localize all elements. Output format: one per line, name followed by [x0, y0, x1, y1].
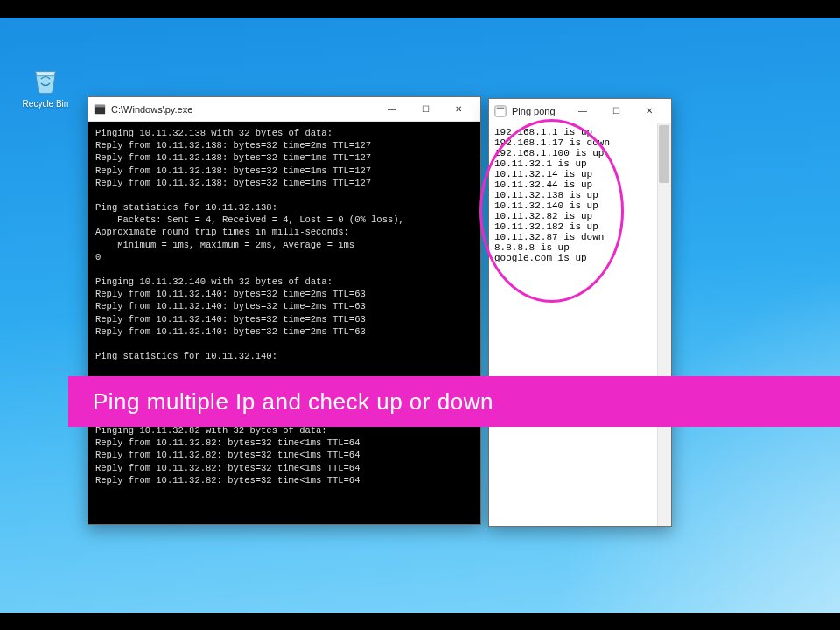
pingpong-result-line: 192.168.1.1 is up: [494, 127, 666, 137]
terminal-window[interactable]: C:\Windows\py.exe — ☐ ✕ Pinging 10.11.32…: [88, 96, 481, 525]
pingpong-result-line: 192.168.1.100 is up: [494, 148, 666, 158]
recycle-bin-icon: [19, 61, 72, 96]
desktop: Recycle Bin C:\Windows\py.exe — ☐ ✕ Ping…: [0, 18, 840, 612]
maximize-button[interactable]: ☐: [409, 97, 442, 122]
caption-text: Ping multiple Ip and check up or down: [93, 388, 494, 416]
terminal-icon: [94, 103, 106, 116]
pingpong-result-line: 10.11.32.182 is up: [494, 221, 666, 232]
close-button[interactable]: ✕: [633, 99, 666, 123]
scrollbar-track[interactable]: [657, 123, 671, 526]
pingpong-title: Ping pong: [512, 106, 556, 116]
pingpong-result-line: 10.11.32.44 is up: [494, 179, 666, 190]
scrollbar-thumb[interactable]: [659, 125, 669, 183]
terminal-titlebar[interactable]: C:\Windows\py.exe — ☐ ✕: [88, 97, 480, 122]
svg-rect-3: [497, 107, 505, 108]
recycle-bin-label: Recycle Bin: [23, 99, 69, 108]
pingpong-result-line: 10.11.32.138 is up: [494, 190, 666, 200]
pingpong-result-line: 10.11.32.14 is up: [494, 169, 666, 179]
pingpong-results: 192.168.1.1 is up192.168.1.17 is down192…: [494, 127, 666, 263]
close-button[interactable]: ✕: [442, 97, 475, 122]
pingpong-result-line: 192.168.1.17 is down: [494, 137, 666, 148]
recycle-bin[interactable]: Recycle Bin: [19, 61, 72, 108]
minimize-button[interactable]: —: [375, 97, 409, 122]
terminal-output[interactable]: Pinging 10.11.32.138 with 32 bytes of da…: [88, 122, 480, 524]
pingpong-window[interactable]: Ping pong — ☐ ✕ 192.168.1.1 is up192.168…: [488, 98, 672, 527]
pingpong-titlebar[interactable]: Ping pong — ☐ ✕: [489, 99, 671, 123]
maximize-button[interactable]: ☐: [599, 99, 633, 123]
pingpong-body: 192.168.1.1 is up192.168.1.17 is down192…: [489, 123, 671, 526]
terminal-title: C:\Windows\py.exe: [111, 104, 192, 115]
pingpong-result-line: 10.11.32.1 is up: [494, 158, 666, 169]
pingpong-result-line: 8.8.8.8 is up: [494, 242, 666, 253]
pingpong-result-line: 10.11.32.140 is up: [494, 200, 666, 211]
minimize-button[interactable]: —: [566, 99, 599, 123]
svg-rect-1: [94, 104, 105, 107]
pingpong-icon: [494, 105, 507, 117]
pingpong-result-line: 10.11.32.87 is down: [494, 232, 666, 242]
caption-banner: Ping multiple Ip and check up or down: [68, 376, 840, 427]
pingpong-result-line: 10.11.32.82 is up: [494, 211, 666, 221]
pingpong-result-line: google.com is up: [494, 253, 666, 263]
